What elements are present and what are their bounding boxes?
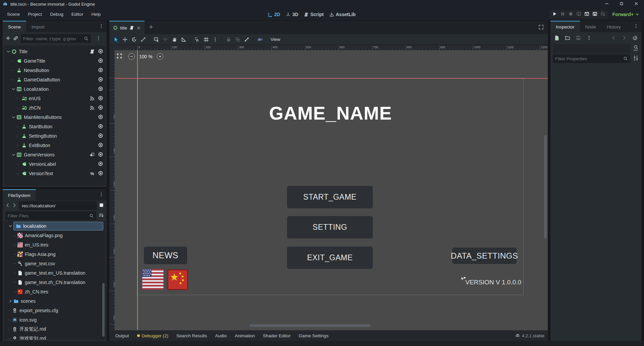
visibility-toggle[interactable] <box>98 58 103 64</box>
scene-tree-row[interactable]: VersionText% <box>4 169 105 178</box>
visibility-toggle[interactable] <box>98 77 103 83</box>
bottom-tab-search-results[interactable]: Search Results <box>173 332 211 340</box>
script-icon[interactable] <box>90 49 95 54</box>
us-flag-image[interactable] <box>142 269 164 290</box>
scene-tree-row[interactable]: ExitButton <box>4 141 105 150</box>
filesystem-scrollbar[interactable] <box>102 283 105 337</box>
scene-tree-row[interactable]: NewsButton <box>4 66 105 75</box>
workspace-tab-3d[interactable]: 3D <box>286 12 298 17</box>
play-custom-scene-button[interactable] <box>592 11 597 17</box>
open-docs-button[interactable]: DOC <box>633 45 639 52</box>
instance-scene-button[interactable] <box>13 36 18 42</box>
scene-tree-row[interactable]: GameVersions <box>4 150 105 159</box>
nav-forward-button[interactable] <box>12 203 17 209</box>
resource-new-button[interactable] <box>553 34 560 42</box>
bottom-tab-game-settings[interactable]: Game Settings <box>295 332 332 340</box>
tool-list-select-button[interactable] <box>152 35 161 44</box>
filesystem-filter-input[interactable] <box>8 213 89 218</box>
filesystem-row[interactable]: TXTexport_presets.cfg <box>4 306 105 315</box>
bottom-tab-animation[interactable]: Animation <box>231 332 258 340</box>
tree-arrow-down-icon[interactable] <box>11 152 16 157</box>
visibility-toggle[interactable] <box>98 49 103 55</box>
news-button[interactable]: NEWS <box>144 247 187 264</box>
tool-move-button[interactable] <box>120 35 129 44</box>
filesystem-row[interactable]: scenes <box>4 296 105 306</box>
canvas-viewport[interactable]: 100 % GAME_NAME START_GAME SETTING EXIT_… <box>115 50 548 330</box>
scene-tree-row[interactable]: SettingButton <box>4 131 105 141</box>
inspector-tabs-menu-button[interactable] <box>631 23 641 30</box>
visibility-toggle[interactable] <box>98 105 103 111</box>
scene-toolbar-menu-button[interactable] <box>93 36 104 42</box>
scene-tree-row[interactable]: MainMenuButtons <box>4 113 105 122</box>
menu-scene[interactable]: Scene <box>3 10 23 18</box>
win-minimize-button[interactable] <box>604 1 609 7</box>
menu-help[interactable]: Help <box>87 10 104 18</box>
visibility-toggle[interactable] <box>98 133 103 139</box>
filesystem-row[interactable]: icon.svg <box>4 315 105 325</box>
snap-options-dots-button[interactable] <box>211 35 220 44</box>
menu-debug[interactable]: Debug <box>46 10 67 18</box>
filesystem-row[interactable]: zh_CN.tres <box>4 287 105 296</box>
resource-load-button[interactable] <box>564 34 571 42</box>
filesystem-row[interactable]: game_text.zh_CN.translation <box>4 278 105 287</box>
scene-tree-row[interactable]: GameDataButton <box>4 75 105 84</box>
tool-grid-snap-button[interactable] <box>201 35 211 44</box>
setting-button[interactable]: SETTING <box>287 216 373 238</box>
inspector-filter-input[interactable] <box>555 56 623 61</box>
scene-tree-row[interactable]: StartButton <box>4 122 105 131</box>
menu-editor[interactable]: Editor <box>68 10 87 18</box>
percent-icon[interactable]: % <box>90 171 95 176</box>
visibility-toggle[interactable] <box>98 124 103 130</box>
tool-ruler-button[interactable] <box>179 35 188 44</box>
group-badge-icon[interactable] <box>90 152 95 157</box>
tool-smart-snap-button[interactable] <box>192 35 201 44</box>
filesystem-row[interactable]: en_US.tres <box>4 240 105 250</box>
scene-tabs-menu-button[interactable] <box>96 23 107 30</box>
tool-rotate-button[interactable] <box>129 35 138 44</box>
play-scene-button[interactable] <box>584 11 589 17</box>
display-mode-button[interactable] <box>99 203 104 209</box>
canvas-vscrollbar[interactable] <box>544 135 547 238</box>
tree-arrow-right-icon[interactable] <box>8 299 13 303</box>
filesystem-row[interactable]: localization <box>4 221 105 231</box>
scene-tree-row[interactable]: Localization <box>4 84 105 94</box>
exit-game-button[interactable]: EXIT_GAME <box>287 247 373 269</box>
scene-filter-input[interactable] <box>23 36 84 41</box>
visibility-toggle[interactable] <box>98 86 103 92</box>
scene-root-rect[interactable]: GAME_NAME START_GAME SETTING EXIT_GAME N… <box>137 78 524 295</box>
renderer-select[interactable]: Forward+ <box>612 12 639 17</box>
visibility-toggle[interactable] <box>98 152 103 158</box>
sort-files-button[interactable] <box>99 213 104 219</box>
script-icon[interactable] <box>129 25 134 30</box>
filesystem-row[interactable]: game_text.csv <box>4 259 105 268</box>
scene-tree-row[interactable]: zhCN <box>4 103 105 113</box>
bottom-tab-debugger-2-[interactable]: Debugger (2) <box>134 332 172 340</box>
property-tools-button[interactable] <box>633 55 639 62</box>
visibility-toggle[interactable] <box>98 67 103 74</box>
filesystem-row[interactable]: TXT游戏策划.md <box>4 334 105 340</box>
selected-item[interactable]: localization <box>13 222 103 230</box>
scene-tree-row[interactable]: enUS <box>4 94 105 103</box>
visibility-toggle[interactable] <box>98 95 103 102</box>
zoom-in-button[interactable] <box>157 53 163 60</box>
tool-select-button[interactable] <box>111 35 120 44</box>
tool-pan-button[interactable] <box>170 35 179 44</box>
scene-tree-row[interactable]: Title <box>4 47 105 56</box>
breadcrumb[interactable]: res://localization/ <box>19 201 97 210</box>
filesystem-row[interactable]: Flags Asia.png <box>4 250 105 259</box>
tab-history[interactable]: History <box>601 21 626 32</box>
zoom-out-button[interactable] <box>128 53 135 60</box>
view-menu-button[interactable]: View <box>267 37 284 42</box>
canvas-hscrollbar[interactable] <box>250 324 370 327</box>
object-history-button[interactable] <box>632 34 638 42</box>
workspace-tab-2d[interactable]: 2D <box>268 12 280 17</box>
nav-back-button[interactable] <box>5 203 10 209</box>
menu-project[interactable]: Project <box>24 10 46 18</box>
play-button[interactable] <box>552 11 557 17</box>
center-view-button[interactable] <box>116 53 122 60</box>
game-title-label[interactable]: GAME_NAME <box>138 102 523 124</box>
signal-icon[interactable] <box>90 96 95 101</box>
visibility-toggle[interactable] <box>98 161 103 167</box>
signal-icon[interactable] <box>90 105 95 111</box>
tree-arrow-down-icon[interactable] <box>11 115 16 120</box>
